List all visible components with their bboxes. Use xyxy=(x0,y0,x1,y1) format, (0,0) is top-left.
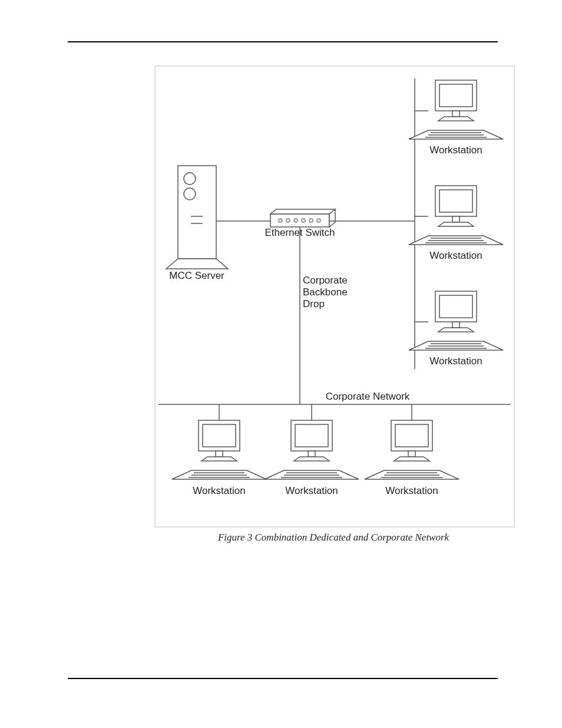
label-workstation-2: Workstation xyxy=(421,250,491,262)
svg-marker-69 xyxy=(394,457,429,461)
svg-rect-28 xyxy=(452,111,459,117)
svg-rect-52 xyxy=(216,451,223,457)
svg-marker-53 xyxy=(201,457,237,461)
label-workstation-3: Workstation xyxy=(421,355,491,367)
label-mcc-server: MCC Server xyxy=(161,270,232,282)
svg-rect-27 xyxy=(439,84,472,107)
svg-rect-44 xyxy=(452,322,459,328)
page: MCC Server Ethernet Switch Corporate Bac… xyxy=(0,0,562,728)
svg-rect-60 xyxy=(308,451,315,457)
figure-caption: Figure 3 Combination Dedicated and Corpo… xyxy=(154,532,513,543)
label-workstation-1: Workstation xyxy=(421,144,491,156)
label-workstation-6: Workstation xyxy=(376,485,447,497)
svg-marker-5 xyxy=(166,259,228,269)
label-ethernet-switch: Ethernet Switch xyxy=(259,227,341,239)
svg-marker-29 xyxy=(438,117,474,121)
svg-marker-37 xyxy=(438,222,474,226)
label-workstation-4: Workstation xyxy=(184,485,254,497)
svg-rect-51 xyxy=(203,424,236,447)
svg-marker-45 xyxy=(438,328,474,332)
svg-marker-7 xyxy=(270,209,335,214)
figure-frame: MCC Server Ethernet Switch Corporate Bac… xyxy=(154,65,515,528)
svg-rect-67 xyxy=(395,424,428,447)
svg-rect-36 xyxy=(452,216,459,222)
label-workstation-5: Workstation xyxy=(276,485,347,497)
svg-rect-35 xyxy=(439,190,472,212)
svg-rect-43 xyxy=(439,295,472,318)
bottom-rule xyxy=(68,678,498,679)
svg-marker-61 xyxy=(294,457,329,461)
svg-rect-68 xyxy=(408,451,415,457)
label-backbone-drop: Corporate Backbone Drop xyxy=(303,275,373,310)
svg-rect-59 xyxy=(295,424,328,447)
top-rule xyxy=(68,41,498,42)
label-corporate-network: Corporate Network xyxy=(309,391,427,403)
